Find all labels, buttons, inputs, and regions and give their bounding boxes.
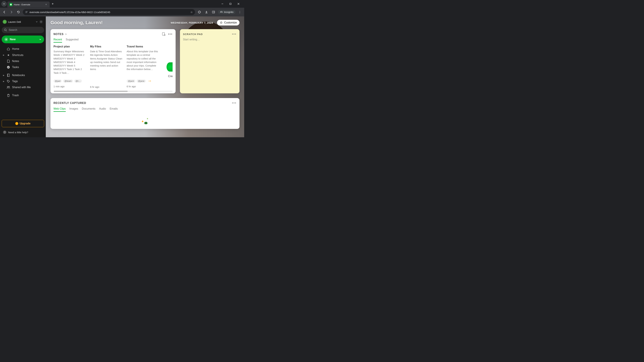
- tab-audio[interactable]: Audio: [99, 107, 106, 112]
- note-timestamp: 1 min ago: [54, 85, 87, 88]
- extensions-icon[interactable]: [197, 9, 202, 15]
- browser-tab[interactable]: Home - Evernote ×: [8, 1, 50, 7]
- scrollbar-thumb[interactable]: [54, 91, 128, 92]
- note-body: Date & Time Goal Attendees Me Agenda Not…: [90, 50, 124, 78]
- search-placeholder: Search: [9, 28, 17, 31]
- note-body: About this template Use this template as…: [126, 50, 160, 78]
- home-icon: [7, 47, 10, 50]
- new-note-icon[interactable]: [162, 32, 165, 36]
- note-tags: @jack @jane +3: [126, 79, 160, 83]
- sidebar-item-trash[interactable]: Trash: [2, 92, 44, 98]
- note-card[interactable]: Project plan Summary Major Milestones We…: [54, 45, 87, 88]
- sidebar-item-label: Trash: [12, 94, 19, 97]
- sidebar-item-notebooks[interactable]: ▶ Notebooks: [2, 72, 44, 78]
- more-icon[interactable]: •••: [232, 101, 236, 105]
- site-info-icon[interactable]: [25, 11, 28, 13]
- expand-icon[interactable]: ▶: [3, 54, 5, 56]
- settings-gear-icon[interactable]: [39, 20, 43, 24]
- customize-label: Customize: [224, 21, 237, 24]
- bookmark-star-icon[interactable]: ☆: [190, 10, 193, 14]
- incognito-label: Incognito: [224, 11, 234, 13]
- chevron-down-icon: [36, 21, 38, 23]
- tab-documents[interactable]: Documents: [82, 107, 96, 112]
- new-tab-button[interactable]: +: [50, 1, 55, 6]
- sidebar-item-notes[interactable]: Notes: [2, 58, 44, 64]
- sidebar-item-tags[interactable]: ▶ Tags: [2, 78, 44, 84]
- sidebar-item-label: Home: [12, 47, 19, 50]
- customize-icon: [220, 21, 223, 24]
- new-button[interactable]: + New: [2, 35, 44, 43]
- upgrade-button[interactable]: ⚡ Upgrade: [2, 120, 44, 127]
- sidebar-item-shared[interactable]: Shared with Me: [2, 84, 44, 90]
- tab-web-clips[interactable]: Web Clips: [54, 107, 66, 112]
- tab-suggested[interactable]: Suggested: [66, 38, 79, 42]
- help-link[interactable]: ? Need a little help?: [2, 130, 44, 135]
- bolt-icon: ⚡: [15, 122, 18, 125]
- sidebar: Lauren Deli Search + New Home ▶ ★ Shortc…: [0, 16, 46, 137]
- note-title: Travel Items: [126, 45, 160, 48]
- svg-rect-0: [230, 3, 231, 5]
- scratch-pad-textarea[interactable]: Start writing…: [183, 38, 236, 41]
- incognito-badge[interactable]: Incognito: [218, 10, 236, 14]
- tab-title: Home - Evernote: [14, 3, 43, 6]
- captured-title: RECENTLY CAPTURED: [54, 102, 86, 105]
- tab-images[interactable]: Images: [70, 107, 78, 112]
- notes-widget-title[interactable]: NOTES: [54, 33, 64, 36]
- browser-menu-icon[interactable]: ⋮: [237, 9, 242, 15]
- plus-icon: +: [4, 37, 8, 41]
- search-input[interactable]: Search: [2, 27, 44, 33]
- minimize-icon[interactable]: [220, 1, 225, 6]
- recently-captured-widget: RECENTLY CAPTURED ••• Web Clips Images D…: [50, 98, 240, 129]
- new-button-label: New: [10, 38, 38, 41]
- check-circle-icon: [7, 66, 10, 69]
- back-button[interactable]: [2, 9, 7, 15]
- close-window-icon[interactable]: [236, 1, 241, 6]
- people-icon: [7, 86, 10, 89]
- horizontal-scrollbar[interactable]: [54, 91, 172, 92]
- star-icon: ★: [7, 53, 10, 57]
- downloads-icon[interactable]: [204, 9, 209, 15]
- trash-icon: [7, 94, 10, 97]
- svg-rect-1: [212, 11, 215, 13]
- tab-search-dropdown[interactable]: [1, 1, 7, 6]
- sidebar-item-label: Shortcuts: [12, 54, 24, 57]
- expand-icon[interactable]: ▶: [3, 74, 5, 76]
- svg-point-6: [8, 81, 8, 81]
- address-bar[interactable]: evernote.com/client/web#/note/f11f216a-d…: [23, 9, 195, 15]
- avatar: [3, 20, 7, 24]
- svg-point-7: [7, 86, 8, 87]
- help-icon: ?: [3, 131, 6, 134]
- close-tab-icon[interactable]: ×: [44, 3, 48, 6]
- svg-rect-5: [8, 74, 10, 77]
- svg-point-3: [4, 29, 6, 31]
- maximize-icon[interactable]: [228, 1, 233, 6]
- user-name: Lauren Deli: [8, 20, 34, 23]
- chevron-right-icon[interactable]: [65, 33, 67, 35]
- sidebar-item-home[interactable]: Home: [2, 46, 44, 52]
- customize-button[interactable]: Customize: [217, 20, 240, 25]
- tab-recent[interactable]: Recent: [54, 38, 62, 42]
- account-menu[interactable]: Lauren Deli: [2, 19, 44, 25]
- sidepanel-icon[interactable]: [211, 9, 216, 15]
- scratch-pad-widget: SCRATCH PAD ••• Start writing…: [180, 29, 240, 93]
- svg-point-8: [8, 86, 10, 87]
- more-icon[interactable]: •••: [168, 32, 172, 36]
- tab-emails[interactable]: Emails: [110, 107, 118, 112]
- create-note-peek[interactable]: Create: [163, 45, 172, 88]
- sidebar-item-tasks[interactable]: Tasks: [2, 64, 44, 70]
- sidebar-item-label: Shared with Me: [12, 86, 31, 89]
- greeting-text: Good morning, Lauren!: [50, 20, 103, 25]
- sidebar-item-shortcuts[interactable]: ▶ ★ Shortcuts: [2, 52, 44, 58]
- note-card[interactable]: My Files Date & Time Goal Attendees Me A…: [90, 45, 124, 88]
- more-icon[interactable]: •••: [232, 32, 236, 36]
- tag-icon: [7, 80, 10, 83]
- note-card[interactable]: Travel Items About this template Use thi…: [126, 45, 160, 88]
- expand-icon[interactable]: ▶: [3, 80, 5, 82]
- note-timestamp: 6 hr ago: [90, 85, 124, 88]
- incognito-icon: [220, 11, 223, 13]
- forward-button[interactable]: [9, 9, 14, 15]
- search-icon: [4, 28, 7, 31]
- note-title: My Files: [90, 45, 124, 48]
- reload-button[interactable]: [16, 9, 21, 15]
- note-icon: [7, 60, 10, 63]
